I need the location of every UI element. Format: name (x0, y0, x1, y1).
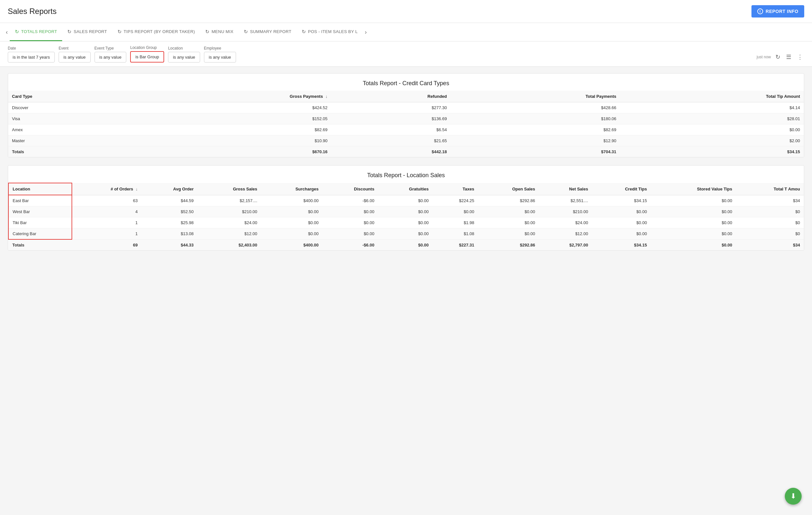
col-avg-order: Avg Order (142, 183, 198, 195)
cell-taxes: $224.25 (433, 195, 478, 206)
cell-total-tip: $2.00 (620, 135, 804, 146)
cell-orders: 63 (72, 195, 142, 206)
cell-total-payments: $82.69 (451, 124, 620, 135)
cell-taxes: $0.00 (433, 206, 478, 217)
cell-gratuities: $0.00 (378, 228, 433, 240)
filter-event-type: Event Type is any value (94, 46, 126, 62)
filter-employee-label: Employee (204, 46, 236, 51)
tab-prev-button[interactable]: ‹ (4, 23, 10, 41)
filter-event-button[interactable]: is any value (59, 52, 91, 62)
cell-surcharges: $400.00 (261, 195, 322, 206)
cell-total: $34 (736, 239, 804, 250)
cell-discounts: $0.00 (322, 206, 378, 217)
cell-net-sales: $210.00 (539, 206, 592, 217)
filter-location-group-button[interactable]: is Bar Group (130, 51, 164, 62)
col-discounts: Discounts (322, 183, 378, 195)
cell-gross-sales: $24.00 (198, 217, 261, 228)
tab-totals-icon: ↻ (15, 29, 19, 35)
cell-surcharges: $0.00 (261, 206, 322, 217)
tabs-bar: ‹ ↻ TOTALS REPORT ↻ SALES REPORT ↻ TIPS … (0, 23, 812, 41)
tab-pos-item-sales[interactable]: ↻ POS - ITEM SALES BY L (296, 23, 363, 41)
table-row: West Bar 4 $52.50 $210.00 $0.00 $0.00 $0… (8, 206, 804, 217)
tab-summary-icon: ↻ (244, 29, 248, 35)
filter-date: Date is in the last 7 years (8, 46, 55, 62)
filter-event-type-label: Event Type (94, 46, 126, 51)
cell-card-type: Amex (8, 124, 131, 135)
cell-gross-payments: $82.69 (131, 124, 331, 135)
credit-card-report-card: Totals Report - Credit Card Types Card T… (8, 73, 804, 158)
location-sales-report-card: Totals Report - Location Sales Location … (8, 165, 804, 251)
cell-refunded: $136.69 (331, 113, 451, 124)
cell-avg-order: $25.98 (142, 217, 198, 228)
filter-date-label: Date (8, 46, 55, 51)
cell-discounts: -$6.00 (322, 239, 378, 250)
tab-pos-label: POS - ITEM SALES BY L (308, 29, 357, 34)
sort-icon-orders: ↓ (136, 187, 138, 192)
tab-tips-icon: ↻ (118, 29, 122, 35)
more-options-button[interactable]: ⋮ (796, 52, 804, 62)
col-total-amount: Total T Amou (736, 183, 804, 195)
tab-menu-mix[interactable]: ↻ MENU MIX (200, 23, 239, 41)
cell-orders: 1 (72, 228, 142, 240)
filter-location-label: Location (168, 46, 200, 51)
cell-total-tip: $0.00 (620, 124, 804, 135)
table-row: Amex $82.69 $6.54 $82.69 $0.00 (8, 124, 804, 135)
cell-gratuities: $0.00 (378, 217, 433, 228)
col-location: Location (8, 183, 72, 195)
cell-stored-tips: $0.00 (651, 239, 736, 250)
credit-card-report-title: Totals Report - Credit Card Types (8, 74, 804, 91)
filter-event-type-button[interactable]: is any value (94, 52, 126, 62)
filter-location-group-label: Location Group (130, 45, 164, 50)
cell-surcharges: $0.00 (261, 228, 322, 240)
cell-taxes: $1.98 (433, 217, 478, 228)
col-credit-tips: Credit Tips (592, 183, 651, 195)
filter-location-button[interactable]: is any value (168, 52, 200, 62)
location-sales-report-title: Totals Report - Location Sales (8, 166, 804, 183)
filter-event: Event is any value (59, 46, 91, 62)
cell-refunded: $21.65 (331, 135, 451, 146)
tab-summary-report[interactable]: ↻ SUMMARY REPORT (239, 23, 296, 41)
report-info-button[interactable]: i REPORT INFO (751, 5, 804, 18)
cell-gross-sales: $2,403.00 (198, 239, 261, 250)
credit-card-table-header-row: Card Type Gross Payments ↓ Refunded Tota… (8, 91, 804, 102)
cell-gross-sales: $210.00 (198, 206, 261, 217)
cell-open-sales: $292.86 (478, 195, 539, 206)
col-card-type: Card Type (8, 91, 131, 102)
cell-credit-tips: $34.15 (592, 239, 651, 250)
filter-options-button[interactable]: ☰ (785, 52, 792, 62)
col-num-orders: # of Orders ↓ (72, 183, 142, 195)
col-stored-tips: Stored Value Tips (651, 183, 736, 195)
cell-gross-payments: $10.90 (131, 135, 331, 146)
tab-tips-report[interactable]: ↻ TIPS REPORT (BY ORDER TAKER) (112, 23, 200, 41)
cell-surcharges: $0.00 (261, 217, 322, 228)
cell-total: $34 (736, 195, 804, 206)
cell-taxes: $227.31 (433, 239, 478, 250)
cell-net-sales: $2,797.00 (539, 239, 592, 250)
table-row: Totals 69 $44.33 $2,403.00 $400.00 -$6.0… (8, 239, 804, 250)
tab-sales-report[interactable]: ↻ SALES REPORT (62, 23, 112, 41)
cell-location: Catering Bar (8, 228, 72, 240)
tab-pos-icon: ↻ (302, 29, 306, 35)
cell-gross-payments: $424.52 (131, 102, 331, 113)
cell-net-sales: $2,551.... (539, 195, 592, 206)
page-title: Sales Reports (8, 7, 57, 16)
col-gratuities: Gratuities (378, 183, 433, 195)
info-icon: i (757, 8, 763, 14)
cell-location: West Bar (8, 206, 72, 217)
filter-date-button[interactable]: is in the last 7 years (8, 52, 55, 62)
table-row: Discover $424.52 $277.30 $428.66 $4.14 (8, 102, 804, 113)
cell-avg-order: $44.33 (142, 239, 198, 250)
tab-summary-label: SUMMARY REPORT (250, 29, 291, 34)
tab-next-button[interactable]: › (363, 23, 369, 41)
tab-totals-report[interactable]: ↻ TOTALS REPORT (10, 23, 62, 41)
cell-orders: 69 (72, 239, 142, 250)
refresh-button[interactable]: ↻ (774, 52, 782, 62)
table-row: Tiki Bar 1 $25.98 $24.00 $0.00 $0.00 $0.… (8, 217, 804, 228)
filter-location: Location is any value (168, 46, 200, 62)
filter-employee-button[interactable]: is any value (204, 52, 236, 62)
cell-credit-tips: $34.15 (592, 195, 651, 206)
cell-total: $0 (736, 228, 804, 240)
tab-tips-label: TIPS REPORT (BY ORDER TAKER) (124, 29, 195, 34)
cell-gratuities: $0.00 (378, 206, 433, 217)
cell-card-type: Visa (8, 113, 131, 124)
